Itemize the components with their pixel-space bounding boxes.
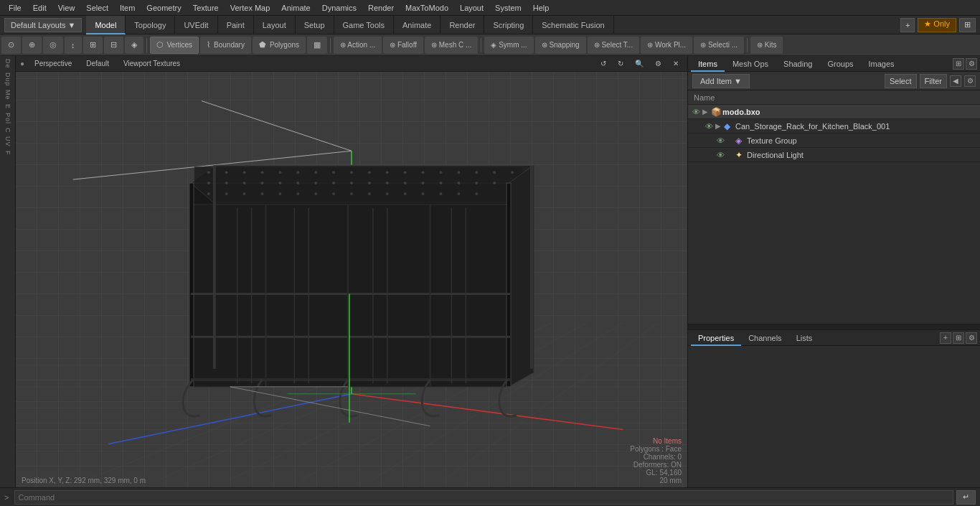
- menu-animate[interactable]: Animate: [275, 0, 316, 16]
- command-input[interactable]: [14, 490, 953, 505]
- viewport-reset-btn[interactable]: ↺: [596, 59, 611, 68]
- items-list: 👁 ▶ 📦 modo.bxo 👁 ▶ ◆ Can_Storage_Rack_fo…: [688, 105, 980, 324]
- sep2: [330, 38, 331, 52]
- tab-groups[interactable]: Groups: [820, 56, 860, 72]
- items-filter-btn[interactable]: Filter: [920, 74, 947, 88]
- visibility-eye[interactable]: 👁: [714, 149, 727, 161]
- tab-items[interactable]: Items: [691, 56, 725, 72]
- falloff-btn[interactable]: ⊛ Falloff: [383, 37, 423, 54]
- viewport[interactable]: ● Perspective Default Viewport Textures …: [16, 56, 687, 487]
- properties-expand-btn[interactable]: ⊞: [953, 332, 964, 344]
- tab-scripting[interactable]: Scripting: [484, 16, 533, 34]
- symmetry-btn[interactable]: ◈ Symm ...: [484, 37, 533, 54]
- items-hscrollbar[interactable]: [688, 324, 980, 329]
- expand-button[interactable]: ⊞: [959, 18, 976, 32]
- tab-channels[interactable]: Channels: [741, 330, 788, 346]
- visibility-eye[interactable]: 👁: [689, 106, 702, 118]
- add-layout-button[interactable]: +: [900, 18, 915, 32]
- tab-uvedit[interactable]: UVEdit: [175, 16, 217, 34]
- tab-setup[interactable]: Setup: [296, 16, 334, 34]
- menu-layout[interactable]: Layout: [454, 0, 489, 16]
- svg-point-36: [511, 171, 514, 174]
- perspective-dropdown[interactable]: Perspective: [30, 59, 76, 68]
- expand-arrow[interactable]: ▶: [727, 151, 735, 159]
- only-button[interactable]: ★ Only: [918, 18, 956, 32]
- menu-render[interactable]: Render: [362, 0, 400, 16]
- default-dropdown[interactable]: Default: [82, 59, 113, 68]
- visibility-eye[interactable]: 👁: [714, 134, 727, 147]
- work-plane-btn[interactable]: ⊛ Work Pl...: [641, 37, 692, 54]
- menu-select[interactable]: Select: [80, 0, 114, 16]
- tab-images[interactable]: Images: [862, 56, 902, 72]
- menu-item[interactable]: Item: [114, 0, 141, 16]
- boundary-mode-btn[interactable]: ⌇ Boundary: [200, 37, 251, 54]
- viewport-settings-btn[interactable]: ⚙: [651, 59, 666, 68]
- quad-btn[interactable]: ⊞: [83, 37, 103, 54]
- menu-texture[interactable]: Texture: [187, 0, 225, 16]
- layout-selector[interactable]: Default Layouts ▼: [4, 18, 82, 32]
- viewport-close-btn[interactable]: ✕: [669, 59, 683, 68]
- menu-view[interactable]: View: [52, 0, 81, 16]
- tab-schematic-fusion[interactable]: Schematic Fusion: [533, 16, 613, 34]
- items-gear-btn[interactable]: ⚙: [966, 58, 977, 70]
- command-go-button[interactable]: ↵: [956, 490, 976, 505]
- menu-maxtomodo[interactable]: MaxToModo: [400, 0, 454, 16]
- action-btn[interactable]: ⊛ Action ...: [334, 37, 382, 54]
- kits-btn[interactable]: ⊛ Kits: [750, 37, 783, 54]
- list-item[interactable]: 👁 ▶ 📦 modo.bxo: [688, 105, 980, 119]
- properties-add-btn[interactable]: +: [940, 332, 951, 344]
- items-collapse-btn[interactable]: ◀: [950, 75, 961, 87]
- tab-game-tools[interactable]: Game Tools: [334, 16, 395, 34]
- viewport-refresh-btn[interactable]: ↻: [613, 59, 628, 68]
- tab-model[interactable]: Model: [86, 16, 126, 34]
- tab-lists[interactable]: Lists: [789, 330, 820, 346]
- list-item[interactable]: 👁 ▶ ◈ Texture Group: [688, 133, 980, 148]
- svg-point-46: [368, 182, 371, 184]
- tab-layout[interactable]: Layout: [254, 16, 296, 34]
- list-item[interactable]: 👁 ▶ ✦ Directional Light: [688, 148, 980, 162]
- tab-paint[interactable]: Paint: [218, 16, 254, 34]
- select-tool-btn[interactable]: ⊛ Select T...: [588, 37, 640, 54]
- selection-btn[interactable]: ⊛ Selecti ...: [694, 37, 744, 54]
- tab-properties[interactable]: Properties: [691, 330, 741, 346]
- perspective-btn[interactable]: ⊙: [1, 37, 21, 54]
- properties-gear-btn[interactable]: ⚙: [966, 332, 977, 344]
- grid-btn[interactable]: ⊕: [22, 37, 42, 54]
- menu-system[interactable]: System: [489, 0, 527, 16]
- items-select-btn[interactable]: Select: [885, 74, 917, 88]
- tab-shading[interactable]: Shading: [776, 56, 819, 72]
- polygons-mode-btn[interactable]: ⬟ Polygons: [253, 37, 306, 54]
- svg-point-64: [368, 192, 371, 195]
- texture-dropdown[interactable]: Viewport Textures: [119, 59, 184, 68]
- frame-btn[interactable]: ⊟: [104, 37, 123, 54]
- items-settings-btn[interactable]: ⚙: [964, 75, 976, 87]
- tab-topology[interactable]: Topology: [126, 16, 175, 34]
- overlay-btn[interactable]: ◈: [125, 37, 143, 54]
- item-mode-btn[interactable]: ▦: [307, 37, 327, 54]
- tab-animate[interactable]: Animate: [394, 16, 440, 34]
- menu-help[interactable]: Help: [527, 0, 555, 16]
- circle-btn[interactable]: ◎: [43, 37, 63, 54]
- menu-geometry[interactable]: Geometry: [141, 0, 187, 16]
- svg-point-34: [475, 171, 478, 174]
- list-item[interactable]: 👁 ▶ ◆ Can_Storage_Rack_for_Kitchen_Black…: [688, 119, 980, 133]
- menu-edit[interactable]: Edit: [27, 0, 52, 16]
- vertices-mode-btn[interactable]: ⬡ Vertices: [150, 37, 199, 54]
- add-item-button[interactable]: Add Item ▼: [692, 74, 750, 88]
- viewport-zoom-btn[interactable]: 🔍: [631, 59, 648, 68]
- items-expand-btn[interactable]: ⊞: [953, 58, 964, 70]
- svg-point-22: [261, 171, 264, 174]
- snapping-btn[interactable]: ⊛ Snapping: [535, 37, 586, 54]
- tab-mesh-ops[interactable]: Mesh Ops: [725, 56, 776, 72]
- expand-arrow[interactable]: ▶: [727, 136, 735, 144]
- transform-btn[interactable]: ↕: [65, 37, 82, 54]
- menu-file[interactable]: File: [3, 0, 27, 16]
- expand-arrow[interactable]: ▶: [715, 122, 724, 130]
- menu-dynamics[interactable]: Dynamics: [316, 0, 362, 16]
- svg-point-48: [404, 182, 407, 184]
- menu-vertex-map[interactable]: Vertex Map: [225, 0, 276, 16]
- mesh-component-btn[interactable]: ⊛ Mesh C ...: [425, 37, 478, 54]
- tab-render[interactable]: Render: [440, 16, 484, 34]
- expand-arrow[interactable]: ▶: [702, 108, 711, 116]
- visibility-eye[interactable]: 👁: [702, 120, 715, 133]
